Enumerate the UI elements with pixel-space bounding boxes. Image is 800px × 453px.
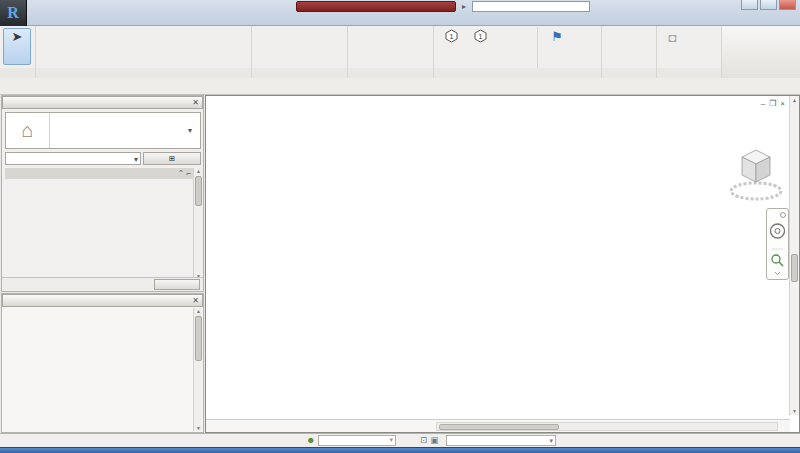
colorfill-panel-label xyxy=(602,68,656,78)
type-selector-dropdown-icon[interactable]: ▾ xyxy=(188,126,200,135)
project-browser-title-bar[interactable]: ✕ xyxy=(2,294,203,307)
maximize-button[interactable] xyxy=(760,0,777,10)
symbol-button[interactable]: ◘ xyxy=(659,28,686,45)
navigation-bar[interactable] xyxy=(766,208,789,280)
help-search-input[interactable] xyxy=(472,1,590,12)
steering-wheel-icon xyxy=(771,224,785,238)
properties-footer xyxy=(2,277,203,290)
instance-dropdown-icon[interactable]: ▾ xyxy=(134,154,138,165)
modify-button[interactable]: ➤ xyxy=(3,28,31,65)
graphics-section-header[interactable]: ⌃ ⌐ xyxy=(5,168,194,179)
options-bar xyxy=(0,78,800,95)
properties-grid xyxy=(5,179,194,279)
minimize-button[interactable] xyxy=(741,0,758,10)
instance-combo[interactable]: ▾ xyxy=(5,152,141,165)
scroll-down-icon[interactable]: ▼ xyxy=(792,408,797,414)
svg-text:1: 1 xyxy=(449,33,453,40)
view-window-controls: – ❐ × xyxy=(761,99,785,108)
zoom-icon xyxy=(772,255,780,263)
properties-title-bar[interactable]: ✕ xyxy=(2,96,203,109)
dimension-panel xyxy=(36,26,252,78)
detail-panel xyxy=(252,26,348,78)
view-type-icon: ⌂ xyxy=(6,113,50,148)
view-vertical-scrollbar[interactable]: ▲ ▼ xyxy=(789,96,799,415)
dimension-panel-label[interactable] xyxy=(36,68,251,78)
modify-arrow-icon: ➤ xyxy=(12,29,23,44)
hscroll-thumb[interactable] xyxy=(439,424,559,430)
view-close-icon[interactable]: × xyxy=(780,99,785,108)
ribbon: ➤ 1 1 xyxy=(0,26,800,78)
project-browser-palette: ✕ ▲ ▼ xyxy=(1,293,204,433)
text-panel xyxy=(348,26,434,78)
view-horizontal-scrollbar[interactable] xyxy=(436,422,778,431)
view-control-bar xyxy=(206,419,790,432)
select-panel-label[interactable] xyxy=(0,68,35,78)
tag-panel-label[interactable] xyxy=(434,68,601,78)
properties-close-icon[interactable]: ✕ xyxy=(192,97,199,109)
view-minimize-icon[interactable]: – xyxy=(761,99,765,108)
scroll-up-icon[interactable]: ▲ xyxy=(196,168,201,174)
detail-panel-label xyxy=(252,68,347,78)
colorfill-buttons xyxy=(602,26,656,28)
text-buttons xyxy=(348,26,433,28)
edit-type-button[interactable]: ⊞ xyxy=(143,152,201,165)
colorfill-panel xyxy=(602,26,657,78)
doc-title-expand-icon[interactable]: ▸ xyxy=(462,2,466,11)
scroll-up-icon[interactable]: ▲ xyxy=(196,308,201,314)
project-browser-close-icon[interactable]: ✕ xyxy=(192,295,199,307)
taskbar-edge xyxy=(0,447,800,453)
view-restore-icon[interactable]: ❐ xyxy=(769,99,776,108)
type-selector[interactable]: ⌂ ▾ xyxy=(5,112,201,149)
tag-panel: 1 1 ⚑ xyxy=(434,26,602,78)
section-collapse-icon[interactable]: ⌃ ⌐ xyxy=(177,168,191,179)
symbol-buttons: ◘ xyxy=(657,26,721,47)
revit-app-button[interactable]: R xyxy=(0,0,27,26)
structural-model-3d-view[interactable] xyxy=(206,96,790,415)
worksets-icon[interactable]: ☻ xyxy=(306,435,315,445)
tag-all-icon: 1 xyxy=(473,29,488,44)
drawing-area[interactable]: – ❐ × ▲ ▼ xyxy=(205,95,800,433)
status-bar: ☻ ▾ ⊡ ▣ ▾ xyxy=(0,433,800,447)
design-options-pick-icon[interactable]: ▣ xyxy=(430,435,438,445)
title-bar: R ▸ xyxy=(0,0,800,26)
design-options-icons: ⊡ ▣ xyxy=(420,435,438,445)
instance-selector-row: ▾ ⊞ xyxy=(5,152,201,165)
dimension-big-buttons xyxy=(36,26,251,28)
project-browser-tree xyxy=(4,309,193,431)
apply-button[interactable] xyxy=(154,279,200,290)
symbol-small-grid xyxy=(686,30,719,45)
design-option-combo[interactable]: ▾ xyxy=(446,435,556,446)
view-scroll-thumb[interactable] xyxy=(791,254,798,282)
workset-dropdown-icon[interactable]: ▾ xyxy=(389,436,393,444)
design-options-icon[interactable]: ⊡ xyxy=(420,435,427,445)
document-title xyxy=(296,1,456,12)
scroll-up-icon[interactable]: ▲ xyxy=(792,97,797,103)
project-browser-scrollbar[interactable]: ▲ ▼ xyxy=(193,308,202,431)
scroll-down-icon[interactable]: ▼ xyxy=(196,425,201,431)
text-panel-label[interactable] xyxy=(348,68,433,78)
keynote-icon: ⚑ xyxy=(551,29,563,44)
project-browser-scroll-thumb[interactable] xyxy=(195,316,202,361)
close-button[interactable] xyxy=(779,0,796,10)
symbol-panel: ◘ xyxy=(657,26,722,78)
properties-scroll-thumb[interactable] xyxy=(195,176,202,206)
detail-buttons xyxy=(252,26,347,28)
properties-palette: ✕ ⌂ ▾ ▾ ⊞ ⌃ ⌐ ▲ ▼ xyxy=(1,95,204,292)
window-controls xyxy=(741,0,796,10)
svg-text:1: 1 xyxy=(478,33,482,40)
ribbon-empty-area xyxy=(722,26,800,78)
view-cube[interactable] xyxy=(728,138,786,204)
symbol-icon: ◘ xyxy=(669,30,677,45)
design-option-dropdown-icon[interactable]: ▾ xyxy=(549,436,553,446)
symbol-panel-label xyxy=(657,68,721,78)
active-workset-combo[interactable]: ▾ xyxy=(318,435,396,446)
tag-by-category-icon: 1 xyxy=(444,29,459,44)
properties-scrollbar[interactable]: ▲ ▼ xyxy=(193,168,202,279)
select-panel: ➤ xyxy=(0,26,36,78)
